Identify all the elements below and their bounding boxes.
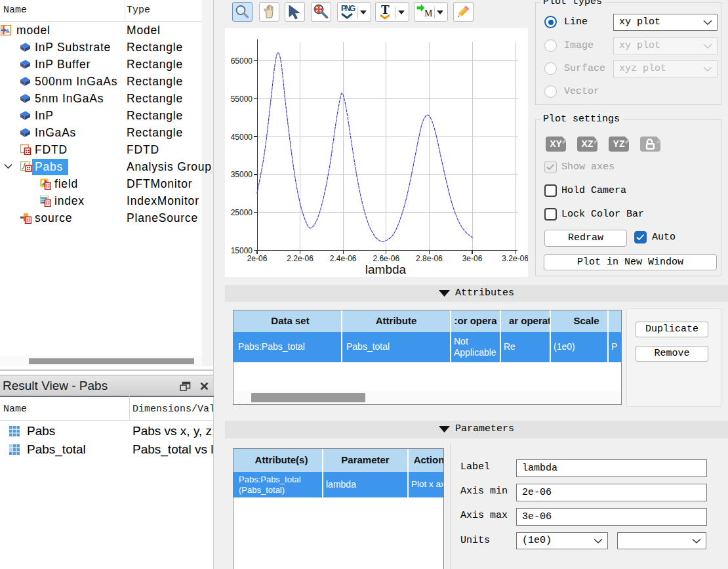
- svg-text:35000: 35000: [231, 170, 253, 179]
- svg-text:3.2e-06: 3.2e-06: [502, 254, 528, 263]
- svg-text:2.4e-06: 2.4e-06: [330, 254, 357, 263]
- svg-text:45000: 45000: [231, 133, 253, 142]
- svg-text:3e-06: 3e-06: [462, 254, 483, 263]
- svg-text:25000: 25000: [231, 208, 253, 217]
- svg-text:2.2e-06: 2.2e-06: [287, 254, 313, 263]
- svg-text:2e-06: 2e-06: [247, 254, 268, 263]
- svg-text:T: T: [381, 3, 390, 16]
- svg-text:M: M: [424, 9, 433, 18]
- svg-text:2.6e-06: 2.6e-06: [373, 254, 399, 263]
- svg-text:2.8e-06: 2.8e-06: [416, 254, 443, 263]
- svg-text:65000: 65000: [231, 56, 253, 66]
- svg-text:55000: 55000: [231, 95, 253, 104]
- svg-text:lambda: lambda: [365, 263, 407, 276]
- svg-text:PNG: PNG: [341, 4, 355, 13]
